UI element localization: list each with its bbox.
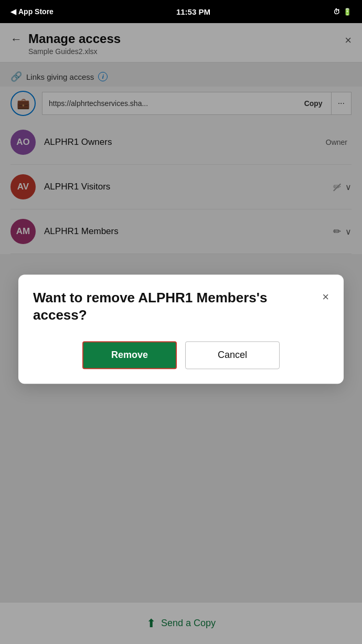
status-icons: ⏱ 🔋 bbox=[333, 8, 352, 16]
screen-time-icon: ⏱ bbox=[333, 8, 340, 16]
main-content: ← Manage access Sample Guides2.xlsx × 🔗 … bbox=[0, 23, 362, 644]
time-display: 11:53 PM bbox=[176, 7, 210, 16]
back-arrow-icon: ◀ bbox=[10, 7, 16, 16]
status-bar: ◀ App Store 11:53 PM ⏱ 🔋 bbox=[0, 0, 362, 23]
cancel-button[interactable]: Cancel bbox=[185, 341, 280, 369]
page-background: ← Manage access Sample Guides2.xlsx × 🔗 … bbox=[0, 23, 362, 644]
dialog-close-button[interactable]: × bbox=[322, 290, 329, 304]
battery-icon: 🔋 bbox=[343, 8, 352, 16]
carrier-label: ◀ App Store bbox=[10, 7, 54, 16]
remove-button[interactable]: Remove bbox=[82, 341, 177, 369]
confirmation-dialog: Want to remove ALPHR1 Members's access? … bbox=[18, 275, 344, 384]
dialog-title: Want to remove ALPHR1 Members's access? bbox=[33, 289, 285, 325]
dialog-buttons: Remove Cancel bbox=[33, 341, 329, 369]
